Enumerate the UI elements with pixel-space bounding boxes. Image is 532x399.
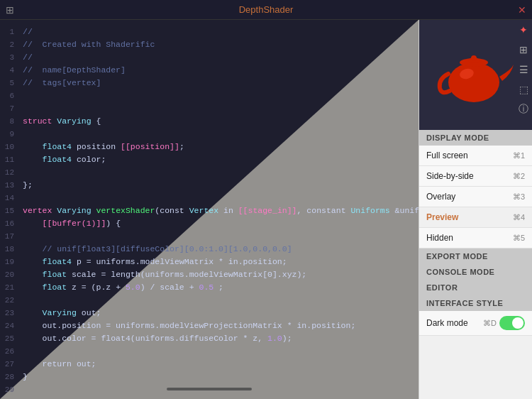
sidebar-icon-1[interactable]: ⊞ bbox=[516, 43, 531, 57]
line-content: // Created with Shaderific bbox=[23, 38, 413, 51]
code-editor[interactable]: 1//2// Created with Shaderific3//4// nam… bbox=[0, 20, 419, 399]
line-content bbox=[23, 294, 413, 307]
export-mode-header: EXPORT MODE bbox=[419, 248, 532, 264]
line-number: 2 bbox=[0, 38, 23, 51]
code-line-22: 22 bbox=[0, 294, 419, 307]
line-number: 28 bbox=[0, 371, 23, 383]
code-line-18: 18 // unif[float3][diffuseColor][0.0:1.0… bbox=[0, 243, 419, 256]
editor-header: EDITOR bbox=[419, 280, 532, 295]
line-content: vertex Varying vertexShader(const Vertex… bbox=[23, 204, 419, 217]
line-content: // unif[float3][diffuseColor][0.0:1.0][1… bbox=[23, 243, 413, 256]
menu-overlay[interactable]: Overlay ⌘3 bbox=[419, 187, 532, 207]
line-content: out.position = uniforms.modelViewProject… bbox=[23, 319, 413, 332]
line-content bbox=[23, 166, 413, 179]
line-content: float z = (p.z + 5.0) / scale + 0.5 ; bbox=[23, 281, 413, 294]
teapot-image bbox=[437, 40, 515, 111]
right-panel: ✦ ⊞ ☰ ⬚ ⓘ DISPLAY MODE Full screen ⌘1 Si… bbox=[419, 20, 532, 399]
menu-fullscreen-shortcut: ⌘1 bbox=[513, 151, 525, 160]
line-number: 8 bbox=[0, 115, 23, 128]
code-line-21: 21 float z = (p.z + 5.0) / scale + 0.5 ; bbox=[0, 281, 419, 294]
menu-hidden-label: Hidden bbox=[426, 233, 453, 243]
code-line-6: 6 bbox=[0, 89, 419, 102]
menu-fullscreen[interactable]: Full screen ⌘1 bbox=[419, 146, 532, 166]
line-content: float4 color; bbox=[23, 153, 413, 166]
dark-mode-toggle[interactable] bbox=[499, 316, 525, 330]
line-number: 9 bbox=[0, 128, 23, 141]
code-line-14: 14 bbox=[0, 192, 419, 204]
code-line-16: 16 [[buffer(1)]]) { bbox=[0, 217, 419, 230]
titlebar: ⊞ DepthShader ✕ bbox=[0, 0, 532, 20]
code-line-4: 4// name[DepthShader] bbox=[0, 64, 419, 77]
menu-darkmode[interactable]: Dark mode ⌘D bbox=[419, 311, 532, 336]
code-line-15: 15vertex Varying vertexShader(const Vert… bbox=[0, 204, 419, 217]
line-content: fragment float4 fragmentShader(Varying i… bbox=[23, 396, 413, 399]
line-number: 13 bbox=[0, 179, 23, 192]
code-line-19: 19 float4 p = uniforms.modelViewMatrix *… bbox=[0, 256, 419, 268]
code-line-13: 13}; bbox=[0, 179, 419, 192]
code-line-20: 20 float scale = length(uniforms.modelVi… bbox=[0, 268, 419, 281]
menu-darkmode-label: Dark mode bbox=[426, 318, 468, 328]
menu-sidebyside-shortcut: ⌘2 bbox=[513, 172, 525, 181]
line-number: 5 bbox=[0, 77, 23, 89]
menu-fullscreen-label: Full screen bbox=[426, 151, 468, 160]
code-line-10: 10 float4 position [[position]]; bbox=[0, 141, 419, 153]
menu-darkmode-shortcut: ⌘D bbox=[483, 319, 497, 328]
menu-overlay-shortcut: ⌘3 bbox=[513, 192, 525, 202]
line-content: // bbox=[23, 51, 413, 64]
line-number: 15 bbox=[0, 204, 23, 217]
line-number: 20 bbox=[0, 268, 23, 281]
svg-point-1 bbox=[448, 62, 499, 102]
code-line-27: 27 return out; bbox=[0, 358, 419, 371]
line-content bbox=[23, 128, 413, 141]
titlebar-right: ✕ bbox=[518, 4, 526, 16]
menu-icon[interactable]: ⊞ bbox=[6, 4, 14, 16]
code-line-24: 24 out.position = uniforms.modelViewProj… bbox=[0, 319, 419, 332]
code-line-5: 5// tags[vertex] bbox=[0, 77, 419, 89]
line-number: 6 bbox=[0, 89, 23, 102]
line-content: }; bbox=[23, 179, 413, 192]
menu-hidden[interactable]: Hidden ⌘5 bbox=[419, 228, 532, 248]
menu-overlay-label: Overlay bbox=[426, 192, 455, 202]
line-content: [[buffer(1)]]) { bbox=[23, 217, 413, 230]
code-line-25: 25 out.color = float4(uniforms.diffuseCo… bbox=[0, 332, 419, 345]
menu-sidebyside-label: Side-by-side bbox=[426, 171, 474, 181]
line-content: float4 p = uniforms.modelViewMatrix * in… bbox=[23, 256, 413, 268]
code-line-17: 17 bbox=[0, 230, 419, 243]
titlebar-title: DepthShader bbox=[239, 4, 294, 15]
menu-area: DISPLAY MODE Full screen ⌘1 Side-by-side… bbox=[419, 130, 532, 399]
sidebar-icon-4[interactable]: ⓘ bbox=[516, 102, 531, 116]
main-layout: 1//2// Created with Shaderific3//4// nam… bbox=[0, 20, 532, 399]
menu-hidden-shortcut: ⌘5 bbox=[513, 234, 525, 243]
display-mode-header: DISPLAY MODE bbox=[419, 130, 532, 146]
line-content: out.color = float4(uniforms.diffuseColor… bbox=[23, 332, 413, 345]
line-content: } bbox=[23, 371, 413, 383]
line-content bbox=[23, 230, 413, 243]
line-content: float scale = length(uniforms.modelViewM… bbox=[23, 268, 413, 281]
line-number: 25 bbox=[0, 332, 23, 345]
menu-preview-label: Preview bbox=[426, 212, 458, 222]
line-number: 7 bbox=[0, 102, 23, 115]
sidebar-icons: ✦ ⊞ ☰ ⬚ ⓘ bbox=[515, 20, 532, 119]
code-line-3: 3// bbox=[0, 51, 419, 64]
code-line-12: 12 bbox=[0, 166, 419, 179]
sidebar-icon-2[interactable]: ☰ bbox=[516, 62, 531, 77]
code-line-28: 28} bbox=[0, 371, 419, 383]
preview-area: ✦ ⊞ ☰ ⬚ ⓘ bbox=[419, 20, 532, 130]
line-content: float4 position [[position]]; bbox=[23, 141, 413, 153]
menu-sidebyside[interactable]: Side-by-side ⌘2 bbox=[419, 166, 532, 187]
line-number: 14 bbox=[0, 192, 23, 204]
line-number: 26 bbox=[0, 345, 23, 358]
line-number: 18 bbox=[0, 243, 23, 256]
scroll-indicator bbox=[167, 388, 252, 390]
console-mode-header: CONSOLE MODE bbox=[419, 264, 532, 280]
line-number: 17 bbox=[0, 230, 23, 243]
line-number: 21 bbox=[0, 281, 23, 294]
sidebar-icon-3[interactable]: ⬚ bbox=[516, 82, 531, 97]
svg-point-4 bbox=[471, 55, 477, 61]
line-number: 12 bbox=[0, 166, 23, 179]
code-line-2: 2// Created with Shaderific bbox=[0, 38, 419, 51]
sidebar-icon-0[interactable]: ✦ bbox=[516, 23, 531, 37]
menu-preview[interactable]: Preview ⌘4 bbox=[419, 207, 532, 228]
line-number: 3 bbox=[0, 51, 23, 64]
close-icon[interactable]: ✕ bbox=[518, 4, 526, 16]
